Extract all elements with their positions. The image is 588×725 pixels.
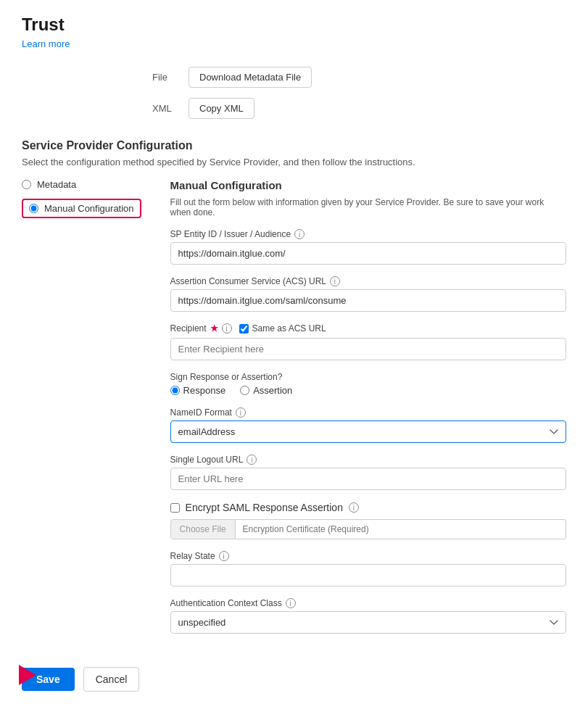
acs-info-icon: i [330, 276, 340, 286]
sign-label: Sign Response or Assertion? [170, 372, 566, 382]
page-title: Trust [22, 14, 566, 35]
encrypt-info-icon: i [349, 502, 359, 513]
encrypt-checkbox[interactable] [170, 503, 180, 513]
file-row: File Download Metadata File [152, 67, 566, 88]
encrypt-label: Encrypt SAML Response Assertion [186, 502, 343, 513]
logout-info-icon: i [247, 455, 257, 465]
manual-config-panel: Manual Configuration Fill out the form b… [170, 179, 566, 645]
footer-actions: Save Cancel [22, 667, 566, 692]
manual-config-title: Manual Configuration [170, 179, 566, 191]
config-radio-options: Metadata Manual Configuration [22, 179, 141, 645]
same-as-acs-checkbox-label[interactable]: Same as ACS URL [239, 323, 326, 334]
sp-entity-group: SP Entity ID / Issuer / Audience i [170, 229, 566, 265]
file-label: File [152, 72, 189, 83]
encrypt-cert-input [236, 519, 566, 539]
sp-entity-label: SP Entity ID / Issuer / Audience i [170, 229, 566, 239]
sign-response-radio[interactable] [170, 386, 180, 395]
relay-state-group: Relay State i [170, 551, 566, 587]
copy-xml-button[interactable]: Copy XML [189, 98, 254, 119]
radio-manual-label: Manual Configuration [44, 203, 134, 214]
choose-file-button: Choose File [170, 519, 236, 539]
radio-manual-input[interactable] [29, 204, 38, 213]
acs-url-group: Assertion Consumer Service (ACS) URL i [170, 276, 566, 312]
recipient-label: Recipient ★ i [170, 323, 232, 334]
learn-more-link[interactable]: Learn more [22, 38, 70, 49]
recipient-info-icon: i [222, 323, 232, 334]
relay-state-label: Relay State i [170, 551, 566, 561]
radio-metadata-input[interactable] [22, 180, 31, 189]
logout-url-label: Single Logout URL i [170, 455, 566, 465]
same-as-acs-checkbox[interactable] [239, 324, 249, 334]
sign-assertion-option[interactable]: Assertion [240, 385, 292, 396]
recipient-input[interactable] [170, 338, 566, 360]
recipient-group: Recipient ★ i Same as ACS URL [170, 323, 566, 360]
logout-url-group: Single Logout URL i [170, 455, 566, 490]
auth-context-label: Authentication Context Class i [170, 598, 566, 608]
logout-url-input[interactable] [170, 468, 566, 490]
nameid-label: NameID Format i [170, 407, 566, 418]
auth-context-group: Authentication Context Class i unspecifi… [170, 598, 566, 634]
relay-state-input[interactable] [170, 564, 566, 587]
nameid-select[interactable]: emailAddress unspecified persistent tran… [170, 420, 566, 443]
radio-manual[interactable]: Manual Configuration [22, 199, 141, 218]
manual-config-desc: Fill out the form below with information… [170, 197, 566, 218]
download-metadata-button[interactable]: Download Metadata File [189, 67, 312, 88]
arrow-indicator [15, 662, 41, 690]
sign-group: Sign Response or Assertion? Response Ass… [170, 372, 566, 396]
acs-url-input[interactable] [170, 289, 566, 312]
xml-label: XML [152, 103, 189, 114]
encrypt-group: Encrypt SAML Response Assertion i Choose… [170, 502, 566, 539]
sp-config-desc: Select the configuration method specifie… [22, 157, 566, 167]
acs-url-label: Assertion Consumer Service (ACS) URL i [170, 276, 566, 286]
nameid-info-icon: i [236, 407, 246, 418]
xml-row: XML Copy XML [152, 98, 566, 119]
auth-context-info-icon: i [286, 598, 296, 608]
radio-metadata[interactable]: Metadata [22, 179, 141, 190]
sp-config-title: Service Provider Configuration [22, 139, 566, 152]
recipient-label-row: Recipient ★ i Same as ACS URL [170, 323, 566, 334]
config-layout: Metadata Manual Configuration Manual Con… [22, 179, 566, 645]
svg-marker-0 [19, 665, 36, 685]
nameid-group: NameID Format i emailAddress unspecified… [170, 407, 566, 443]
encrypt-row: Encrypt SAML Response Assertion i [170, 502, 566, 513]
sign-radio-group: Response Assertion [170, 385, 566, 396]
relay-info-icon: i [219, 551, 229, 561]
recipient-required-star: ★ [210, 323, 218, 334]
sign-response-option[interactable]: Response [170, 385, 226, 396]
auth-context-select[interactable]: unspecified PasswordProtectedTransport P… [170, 611, 566, 634]
sign-assertion-radio[interactable] [240, 386, 249, 395]
encrypt-file-row: Choose File [170, 519, 566, 539]
radio-metadata-label: Metadata [37, 179, 76, 190]
sp-entity-info-icon: i [294, 229, 305, 239]
file-xml-section: File Download Metadata File XML Copy XML [152, 67, 566, 119]
sp-entity-input[interactable] [170, 242, 566, 265]
cancel-button[interactable]: Cancel [83, 667, 140, 692]
